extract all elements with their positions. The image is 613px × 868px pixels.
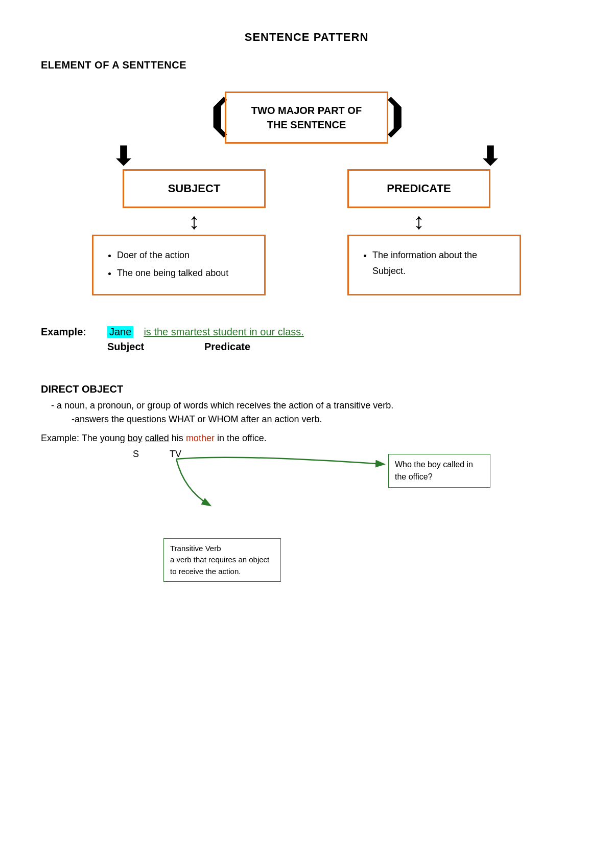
predicate-detail-box: The information about the Subject. (347, 235, 521, 295)
example-section: Example: Jane is the smartest student in… (41, 326, 572, 353)
box-transitive-text: Transitive Verba verb that requires an o… (170, 544, 269, 576)
do-example-boy: boy (128, 433, 143, 443)
do-example-suffix: in the office. (215, 433, 267, 443)
do-example-mid: his (169, 433, 186, 443)
diagram-container: ⦗ TWO MAJOR PART OF THE SENTENCE ⦘ ⬇ ⬇ S… (41, 92, 572, 295)
top-row: ⦗ TWO MAJOR PART OF THE SENTENCE ⦘ (41, 92, 572, 144)
predicate-box: PREDICATE (347, 169, 490, 208)
example-label: Example: (41, 326, 97, 338)
do-diagram: S TV Who the boy called in the office? T… (133, 449, 490, 582)
box-who-text: Who the boy called in the office? (395, 460, 473, 481)
page-title: SENTENCE PATTERN (41, 31, 572, 44)
example-line: Example: Jane is the smartest student in… (41, 326, 572, 338)
predicate-bullet-list: The information about the Subject. (363, 247, 505, 279)
do-example-prefix: Example: The young (41, 433, 128, 443)
box-who: Who the boy called in the office? (388, 454, 490, 488)
jane-word: Jane (107, 326, 133, 338)
element-heading: ELEMENT OF A SENTTENCE (41, 59, 572, 71)
mid-boxes-row: SUBJECT PREDICATE (123, 169, 490, 208)
direct-object-section: DIRECT OBJECT - a noun, a pronoun, or gr… (41, 383, 572, 582)
do-example-sentence: Example: The young boy called his mother… (41, 433, 572, 444)
double-arrow-left-icon: ↕ (123, 210, 266, 233)
arrows-row: ⬇ ⬇ (112, 144, 501, 169)
subject-bullet-list: Doer of the action The one being talked … (108, 247, 250, 281)
predicate-sentence: is the smartest student in our class. (144, 326, 303, 338)
subject-bullet-2: The one being talked about (117, 265, 250, 281)
subject-detail-box: Doer of the action The one being talked … (92, 235, 266, 295)
bracket-right-icon: ⦘ (383, 97, 408, 138)
do-example-called: called (145, 433, 169, 443)
labels-line: Subject Predicate (41, 341, 572, 353)
predicate-bullet-1: The information about the Subject. (372, 247, 505, 279)
subject-tag: Subject (107, 341, 148, 353)
bottom-boxes-row: Doer of the action The one being talked … (92, 235, 521, 295)
double-arrow-right-icon: ↕ (347, 210, 490, 233)
do-heading: DIRECT OBJECT (41, 383, 572, 395)
do-example-mother: mother (186, 433, 215, 443)
subject-box: SUBJECT (123, 169, 266, 208)
predicate-tag: Predicate (158, 341, 250, 353)
top-box: TWO MAJOR PART OF THE SENTENCE (225, 92, 388, 144)
subject-bullet-1: Doer of the action (117, 247, 250, 263)
arrow-right-down-icon: ⬇ (479, 144, 501, 169)
do-desc-1: - a noun, a pronoun, or group of words w… (41, 400, 572, 411)
arrow-left-down-icon: ⬇ (112, 144, 134, 169)
box-transitive: Transitive Verba verb that requires an o… (163, 538, 281, 582)
do-desc-2: -answers the questions WHAT or WHOM afte… (41, 414, 572, 425)
double-arrows-row: ↕ ↕ (123, 210, 490, 233)
